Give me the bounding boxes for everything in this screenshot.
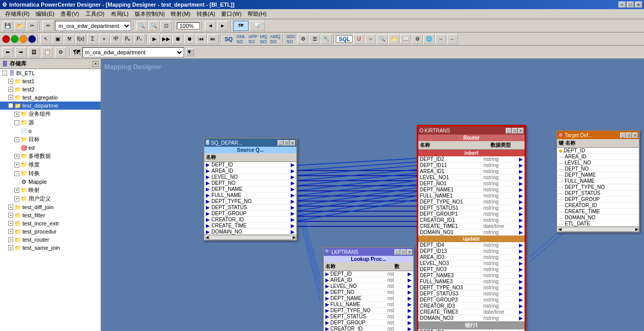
toolbar-r2-folder[interactable]: 📁 — [388, 34, 400, 44]
canvas-btn-3[interactable]: 🖼 — [28, 47, 40, 57]
tree-item-transform[interactable]: - 📁 转换 — [0, 169, 101, 178]
source-window[interactable]: 🗄 SQ_DEPAR... _ □ × Source Q... 名称 ▶DEPT… — [203, 138, 297, 241]
toolbar-btn-d[interactable]: 📊 — [250, 21, 265, 31]
toolbar-r2-left[interactable]: ← — [447, 34, 458, 44]
fit-button[interactable]: ⊡ — [161, 21, 172, 31]
menu-help[interactable]: 帮助(H) — [244, 9, 269, 19]
amq-btn[interactable]: AMQSO — [269, 34, 282, 44]
expand-incre[interactable]: + — [8, 221, 13, 226]
toolbar-btn-c[interactable]: 🗺 — [233, 21, 249, 31]
menu-mapping[interactable]: 映射(M) — [168, 9, 194, 19]
toolbar-r2-world[interactable]: 🌐 — [423, 34, 435, 44]
toolbar-btn-3[interactable]: ✂ — [26, 21, 38, 31]
toolbar-r2-right[interactable]: → — [435, 34, 446, 44]
canvas-area[interactable]: Mapping Designer — [102, 59, 644, 331]
toolbar-btn-a[interactable]: ◄ — [205, 21, 216, 31]
target-window[interactable]: 🎯 Target Def... _ □ × 键 名称 ◆DEPT_ID —ARE… — [556, 130, 640, 233]
toolbar-btn-2[interactable]: 📂 — [14, 21, 25, 31]
expand-diffjoin[interactable]: + — [8, 205, 13, 210]
router-window[interactable]: ⬡ KIRTRANS _ □ × Router 名称 数据类型 inbert — [417, 125, 526, 331]
tree-item-mapple[interactable]: ⚙ Mapple — [0, 178, 101, 186]
menu-window[interactable]: 窗口(W) — [218, 9, 244, 19]
blue-circle-btn[interactable] — [28, 35, 36, 43]
sql-btn[interactable]: SQL — [336, 36, 353, 43]
toolbar-r2-8[interactable]: Pₒ — [122, 34, 133, 44]
target-scroll-left[interactable]: ◀ — [557, 227, 562, 232]
target-scroll-right[interactable]: ▶ — [634, 227, 639, 232]
tree-item-target-ed[interactable]: 🎯 ed — [0, 144, 101, 152]
save-button[interactable]: 💾 — [2, 21, 13, 31]
minimize-button[interactable]: − — [619, 2, 626, 8]
canvas-btn-4[interactable]: 📋 — [42, 47, 53, 57]
canvas-btn-5[interactable]: ⚙ — [55, 47, 66, 57]
toolbar-r2-x1[interactable]: ⚙ — [297, 34, 309, 44]
router-min-btn[interactable]: _ — [506, 128, 511, 134]
mapping-name-dropdown[interactable]: m_ora_edw_department — [82, 47, 184, 57]
expand-icon[interactable]: ▼ — [186, 48, 194, 56]
zoom-in-button[interactable]: 🔍 — [148, 21, 160, 31]
expand-testdept[interactable]: - — [8, 103, 13, 108]
toolbar-r2-15[interactable]: ⏭ — [207, 34, 219, 44]
delete-group-header[interactable]: 链行1 — [418, 321, 525, 329]
menu-version-control[interactable]: 版本控制(N) — [132, 9, 168, 19]
toolbar-r2-book[interactable]: 📖 — [400, 34, 411, 44]
menu-view[interactable]: 查看(V) — [57, 9, 82, 19]
insert-group-header[interactable]: inbert — [418, 150, 525, 156]
toolbar-r2-11[interactable]: ▶▶ — [161, 34, 172, 44]
toolbar-btn-b[interactable]: ► — [217, 21, 228, 31]
tree-item-incre[interactable]: + 📁 test_incre_extr — [0, 219, 101, 227]
expand-mapping[interactable]: + — [14, 188, 19, 193]
toolbar-r2-9[interactable]: Pₓ — [134, 34, 145, 44]
tree-item-testagg[interactable]: + 📁 test_agregatio — [0, 93, 101, 102]
expand-bietl[interactable]: - — [2, 71, 7, 76]
tree-item-source-o[interactable]: 📄 o — [0, 127, 101, 135]
expand-dim[interactable]: + — [14, 162, 19, 168]
expand-procedure[interactable]: + — [8, 229, 13, 234]
expand-filter[interactable]: + — [8, 213, 13, 218]
xml-btn[interactable]: XMLSO — [235, 34, 247, 44]
menu-layout[interactable]: 布局(L) — [108, 9, 132, 19]
tree-item-userdef[interactable]: + 📁 用户定义 — [0, 194, 101, 203]
toolbar-r2-14[interactable]: ⏮ — [196, 34, 207, 44]
sq-btn[interactable]: SQ — [223, 36, 235, 42]
toolbar-r2-circle[interactable]: ○ — [365, 34, 376, 44]
source-hscroll[interactable]: ◀ ▶ — [204, 235, 296, 240]
expand-multidim[interactable]: + — [14, 154, 19, 159]
toolbar-r2-13[interactable]: ⏺ — [184, 34, 195, 44]
tree-item-source[interactable]: - 📁 源 — [0, 118, 101, 127]
green-circle-btn[interactable] — [11, 35, 19, 43]
tree-item-multidim[interactable]: + 📁 多维数据 — [0, 152, 101, 160]
expand-test1[interactable]: + — [8, 79, 13, 84]
cursor-btn[interactable]: ↖ — [40, 34, 51, 44]
target-hscroll[interactable]: ◀ ▶ — [557, 226, 639, 231]
expand-bizcomp[interactable]: + — [14, 112, 19, 117]
toolbar-r2-x3[interactable]: 🔧 — [321, 34, 332, 44]
lookup-close-btn[interactable]: × — [407, 249, 412, 255]
zoom-level[interactable]: 100% — [177, 22, 200, 29]
tree-item-filter[interactable]: + 📁 test_filter — [0, 211, 101, 219]
canvas-btn-1[interactable]: ⬅ — [2, 47, 13, 57]
tree-item-dim[interactable]: + 📁 维度 — [0, 160, 101, 169]
toolbar-r2-3[interactable]: ⚒ — [64, 34, 75, 44]
tree-item-target[interactable]: - 📁 目标 — [0, 135, 101, 144]
source-close-btn[interactable]: × — [290, 140, 295, 146]
tree-item-bietl[interactable]: - 🗄 BI_ETL — [0, 69, 101, 77]
lookup-min-btn[interactable]: _ — [394, 249, 400, 255]
mq-btn[interactable]: MQSO — [259, 34, 268, 44]
tree-item-testdept[interactable]: - 📁 test_departme — [0, 102, 101, 110]
toolbar-r2-search[interactable]: 🔍 — [377, 34, 388, 44]
tree-item-bizcomp[interactable]: + 📁 业务组件 — [0, 110, 101, 118]
toolbar-pencil[interactable]: ✏ — [43, 21, 54, 31]
source-max-btn[interactable]: □ — [284, 140, 289, 146]
source-min-btn[interactable]: _ — [278, 140, 283, 146]
expand-test2[interactable]: + — [8, 87, 13, 92]
menu-edit[interactable]: 编辑(E) — [33, 9, 57, 19]
expand-target[interactable]: - — [14, 137, 19, 142]
red-circle-btn[interactable] — [2, 35, 10, 43]
router-close-btn[interactable]: × — [518, 128, 524, 134]
tree-item-router[interactable]: + 📁 test_router — [0, 236, 101, 244]
expand-testagg[interactable]: + — [8, 95, 13, 100]
expand-transform[interactable]: - — [14, 171, 19, 176]
toolbar-r2-7[interactable]: ²P — [110, 34, 121, 44]
target-min-btn[interactable]: _ — [620, 133, 626, 138]
